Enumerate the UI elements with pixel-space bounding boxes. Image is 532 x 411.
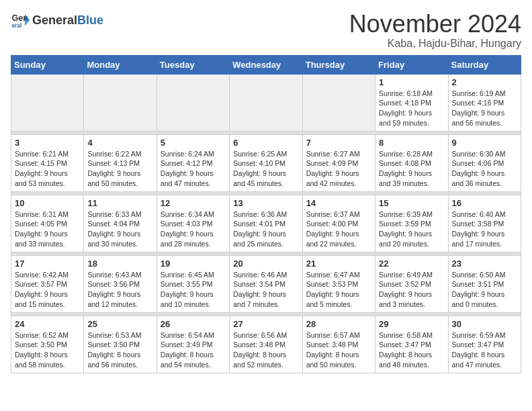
weekday-header-monday: Monday [84,55,157,74]
day-info: Sunrise: 6:31 AM Sunset: 4:05 PM Dayligh… [15,210,80,249]
day-cell [11,74,84,131]
day-number: 21 [306,259,371,269]
day-number: 4 [87,138,152,148]
day-number: 17 [15,259,80,269]
day-info: Sunrise: 6:39 AM Sunset: 3:59 PM Dayligh… [379,210,444,249]
day-cell: 30Sunrise: 6:59 AM Sunset: 3:47 PM Dayli… [448,316,521,373]
day-number: 2 [452,77,517,87]
week-row-2: 3Sunrise: 6:21 AM Sunset: 4:15 PM Daylig… [11,134,521,191]
day-number: 19 [161,259,226,269]
day-cell: 26Sunrise: 6:54 AM Sunset: 3:49 PM Dayli… [157,316,229,373]
day-number: 22 [379,259,444,269]
day-cell: 20Sunrise: 6:46 AM Sunset: 3:54 PM Dayli… [230,255,302,312]
day-number: 29 [379,319,444,329]
day-info: Sunrise: 6:53 AM Sunset: 3:50 PM Dayligh… [87,330,152,370]
day-number: 12 [161,198,226,208]
day-info: Sunrise: 6:45 AM Sunset: 3:55 PM Dayligh… [161,270,226,310]
day-info: Sunrise: 6:36 AM Sunset: 4:01 PM Dayligh… [233,210,298,249]
day-number: 25 [87,319,152,329]
weekday-header-thursday: Thursday [302,55,375,74]
weekday-header-sunday: Sunday [11,55,84,74]
day-cell: 5Sunrise: 6:24 AM Sunset: 4:12 PM Daylig… [157,134,229,191]
day-cell: 6Sunrise: 6:25 AM Sunset: 4:10 PM Daylig… [230,134,302,191]
day-cell: 19Sunrise: 6:45 AM Sunset: 3:55 PM Dayli… [157,255,229,312]
day-cell: 8Sunrise: 6:28 AM Sunset: 4:08 PM Daylig… [375,134,448,191]
day-number: 9 [452,138,517,148]
month-title: November 2024 [349,11,521,38]
day-info: Sunrise: 6:34 AM Sunset: 4:03 PM Dayligh… [161,210,226,249]
week-row-5: 24Sunrise: 6:52 AM Sunset: 3:50 PM Dayli… [11,316,521,373]
day-cell: 11Sunrise: 6:33 AM Sunset: 4:04 PM Dayli… [84,195,157,252]
day-cell: 23Sunrise: 6:50 AM Sunset: 3:51 PM Dayli… [448,255,521,312]
day-cell [302,74,375,131]
day-number: 28 [306,319,371,329]
day-number: 6 [233,138,298,148]
day-number: 27 [233,319,298,329]
day-number: 18 [87,259,152,269]
day-info: Sunrise: 6:46 AM Sunset: 3:54 PM Dayligh… [233,270,298,310]
day-number: 10 [15,198,80,208]
day-info: Sunrise: 6:28 AM Sunset: 4:08 PM Dayligh… [379,149,444,189]
day-number: 5 [161,138,226,148]
day-info: Sunrise: 6:33 AM Sunset: 4:04 PM Dayligh… [87,210,152,249]
day-info: Sunrise: 6:37 AM Sunset: 4:00 PM Dayligh… [306,210,371,249]
weekday-header-row: SundayMondayTuesdayWednesdayThursdayFrid… [11,55,521,74]
day-number: 30 [452,319,517,329]
day-info: Sunrise: 6:47 AM Sunset: 3:53 PM Dayligh… [306,270,371,310]
calendar-table: SundayMondayTuesdayWednesdayThursdayFrid… [11,55,521,373]
day-info: Sunrise: 6:40 AM Sunset: 3:58 PM Dayligh… [452,210,517,249]
day-cell: 21Sunrise: 6:47 AM Sunset: 3:53 PM Dayli… [302,255,375,312]
day-number: 11 [87,198,152,208]
week-row-1: 1Sunrise: 6:18 AM Sunset: 4:18 PM Daylig… [11,74,521,131]
day-cell: 3Sunrise: 6:21 AM Sunset: 4:15 PM Daylig… [11,134,84,191]
day-cell: 22Sunrise: 6:49 AM Sunset: 3:52 PM Dayli… [375,255,448,312]
svg-text:eral: eral [11,22,21,29]
day-number: 8 [379,138,444,148]
day-info: Sunrise: 6:56 AM Sunset: 3:48 PM Dayligh… [233,330,298,370]
day-cell [230,74,302,131]
day-cell: 9Sunrise: 6:30 AM Sunset: 4:06 PM Daylig… [448,134,521,191]
title-area: November 2024 Kaba, Hajdu-Bihar, Hungary [349,11,521,50]
day-number: 24 [15,319,80,329]
day-info: Sunrise: 6:27 AM Sunset: 4:09 PM Dayligh… [306,149,371,189]
day-cell: 16Sunrise: 6:40 AM Sunset: 3:58 PM Dayli… [448,195,521,252]
day-info: Sunrise: 6:43 AM Sunset: 3:56 PM Dayligh… [87,270,152,310]
day-info: Sunrise: 6:19 AM Sunset: 4:16 PM Dayligh… [452,89,517,128]
day-info: Sunrise: 6:58 AM Sunset: 3:47 PM Dayligh… [379,330,444,370]
day-info: Sunrise: 6:24 AM Sunset: 4:12 PM Dayligh… [161,149,226,189]
weekday-header-tuesday: Tuesday [157,55,229,74]
day-info: Sunrise: 6:54 AM Sunset: 3:49 PM Dayligh… [161,330,226,370]
weekday-header-saturday: Saturday [448,55,521,74]
weekday-header-wednesday: Wednesday [230,55,302,74]
day-cell: 14Sunrise: 6:37 AM Sunset: 4:00 PM Dayli… [302,195,375,252]
weekday-header-friday: Friday [375,55,448,74]
day-cell [157,74,229,131]
day-number: 23 [452,259,517,269]
day-cell: 25Sunrise: 6:53 AM Sunset: 3:50 PM Dayli… [84,316,157,373]
day-info: Sunrise: 6:50 AM Sunset: 3:51 PM Dayligh… [452,270,517,310]
day-info: Sunrise: 6:57 AM Sunset: 3:48 PM Dayligh… [306,330,371,370]
day-info: Sunrise: 6:25 AM Sunset: 4:10 PM Dayligh… [233,149,298,189]
day-info: Sunrise: 6:22 AM Sunset: 4:13 PM Dayligh… [87,149,152,189]
day-number: 16 [452,198,517,208]
day-number: 3 [15,138,80,148]
day-cell: 29Sunrise: 6:58 AM Sunset: 3:47 PM Dayli… [375,316,448,373]
day-number: 15 [379,198,444,208]
location-title: Kaba, Hajdu-Bihar, Hungary [349,38,521,50]
day-info: Sunrise: 6:21 AM Sunset: 4:15 PM Dayligh… [15,149,80,189]
day-number: 13 [233,198,298,208]
day-info: Sunrise: 6:49 AM Sunset: 3:52 PM Dayligh… [379,270,444,310]
day-cell [84,74,157,131]
day-cell: 28Sunrise: 6:57 AM Sunset: 3:48 PM Dayli… [302,316,375,373]
day-cell: 17Sunrise: 6:42 AM Sunset: 3:57 PM Dayli… [11,255,84,312]
day-cell: 24Sunrise: 6:52 AM Sunset: 3:50 PM Dayli… [11,316,84,373]
day-cell: 1Sunrise: 6:18 AM Sunset: 4:18 PM Daylig… [375,74,448,131]
day-cell: 4Sunrise: 6:22 AM Sunset: 4:13 PM Daylig… [84,134,157,191]
day-cell: 18Sunrise: 6:43 AM Sunset: 3:56 PM Dayli… [84,255,157,312]
logo-general-text: GeneralBlue [32,14,103,27]
day-number: 1 [379,77,444,87]
day-cell: 15Sunrise: 6:39 AM Sunset: 3:59 PM Dayli… [375,195,448,252]
page-header: Gen eral GeneralBlue November 2024 Kaba,… [11,11,521,50]
logo-icon: Gen eral [11,11,30,30]
day-info: Sunrise: 6:30 AM Sunset: 4:06 PM Dayligh… [452,149,517,189]
